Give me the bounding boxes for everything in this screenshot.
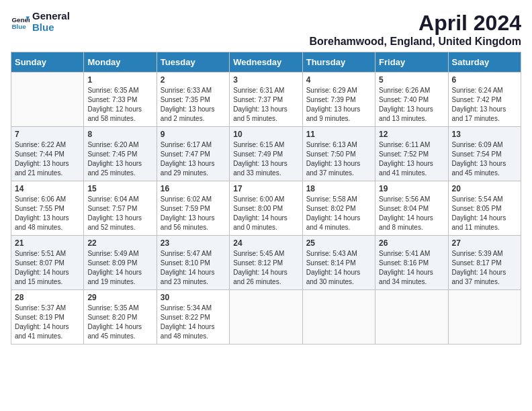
- day-number: 26: [379, 238, 444, 248]
- calendar-table: SundayMondayTuesdayWednesdayThursdayFrid…: [11, 52, 521, 345]
- day-info: Sunrise: 6:15 AM Sunset: 7:49 PM Dayligh…: [233, 140, 298, 178]
- logo-icon: General Blue: [11, 13, 30, 32]
- calendar-cell: 7Sunrise: 6:22 AM Sunset: 7:44 PM Daylig…: [11, 127, 84, 181]
- calendar-header-row: SundayMondayTuesdayWednesdayThursdayFrid…: [11, 52, 521, 73]
- month-title: April 2024: [309, 11, 521, 36]
- day-number: 8: [87, 130, 152, 139]
- day-number: 5: [379, 75, 444, 85]
- day-info: Sunrise: 5:49 AM Sunset: 8:09 PM Dayligh…: [87, 249, 152, 287]
- day-info: Sunrise: 5:34 AM Sunset: 8:22 PM Dayligh…: [161, 304, 226, 341]
- day-info: Sunrise: 6:02 AM Sunset: 7:59 PM Dayligh…: [161, 195, 226, 232]
- calendar-cell: 5Sunrise: 6:26 AM Sunset: 7:40 PM Daylig…: [375, 73, 448, 127]
- day-number: 16: [161, 184, 226, 193]
- calendar-cell: 15Sunrise: 6:04 AM Sunset: 7:57 PM Dayli…: [84, 181, 157, 236]
- day-info: Sunrise: 5:43 AM Sunset: 8:14 PM Dayligh…: [306, 249, 371, 287]
- calendar-cell: 12Sunrise: 6:11 AM Sunset: 7:52 PM Dayli…: [375, 127, 448, 181]
- day-number: 25: [306, 238, 371, 248]
- calendar-cell: 18Sunrise: 5:58 AM Sunset: 8:02 PM Dayli…: [302, 181, 375, 236]
- day-info: Sunrise: 5:54 AM Sunset: 8:05 PM Dayligh…: [452, 195, 517, 232]
- calendar-cell: 2Sunrise: 6:33 AM Sunset: 7:35 PM Daylig…: [157, 73, 229, 127]
- day-info: Sunrise: 5:41 AM Sunset: 8:16 PM Dayligh…: [379, 249, 444, 287]
- svg-text:Blue: Blue: [11, 22, 26, 30]
- day-number: 11: [306, 130, 371, 139]
- day-info: Sunrise: 6:20 AM Sunset: 7:45 PM Dayligh…: [87, 140, 152, 178]
- day-number: 20: [452, 184, 517, 193]
- weekday-header: Tuesday: [157, 52, 229, 73]
- day-info: Sunrise: 6:13 AM Sunset: 7:50 PM Dayligh…: [306, 140, 371, 178]
- day-info: Sunrise: 5:37 AM Sunset: 8:19 PM Dayligh…: [15, 304, 80, 341]
- day-number: 15: [87, 184, 152, 193]
- weekday-header: Thursday: [302, 52, 375, 73]
- calendar-week-row: 7Sunrise: 6:22 AM Sunset: 7:44 PM Daylig…: [11, 127, 521, 181]
- day-info: Sunrise: 5:58 AM Sunset: 8:02 PM Dayligh…: [306, 195, 371, 232]
- weekday-header: Sunday: [11, 52, 84, 73]
- day-number: 12: [379, 130, 444, 139]
- day-number: 13: [452, 130, 517, 139]
- day-number: 2: [161, 75, 226, 85]
- calendar-cell: 9Sunrise: 6:17 AM Sunset: 7:47 PM Daylig…: [157, 127, 229, 181]
- calendar-cell: 10Sunrise: 6:15 AM Sunset: 7:49 PM Dayli…: [230, 127, 302, 181]
- day-number: 4: [306, 75, 371, 85]
- day-number: 10: [233, 130, 298, 139]
- day-info: Sunrise: 6:17 AM Sunset: 7:47 PM Dayligh…: [161, 140, 226, 178]
- day-info: Sunrise: 5:39 AM Sunset: 8:17 PM Dayligh…: [452, 249, 517, 287]
- calendar-cell: 28Sunrise: 5:37 AM Sunset: 8:19 PM Dayli…: [11, 290, 84, 345]
- calendar-cell: 30Sunrise: 5:34 AM Sunset: 8:22 PM Dayli…: [157, 290, 229, 345]
- page-header: General Blue General Blue April 2024 Bor…: [11, 11, 521, 48]
- calendar-cell: 23Sunrise: 5:47 AM Sunset: 8:10 PM Dayli…: [157, 236, 229, 290]
- calendar-cell: 4Sunrise: 6:29 AM Sunset: 7:39 PM Daylig…: [302, 73, 375, 127]
- calendar-cell: [11, 73, 84, 127]
- calendar-cell: 19Sunrise: 5:56 AM Sunset: 8:04 PM Dayli…: [375, 181, 448, 236]
- day-info: Sunrise: 5:56 AM Sunset: 8:04 PM Dayligh…: [379, 195, 444, 232]
- day-info: Sunrise: 6:24 AM Sunset: 7:42 PM Dayligh…: [452, 86, 517, 124]
- day-info: Sunrise: 5:47 AM Sunset: 8:10 PM Dayligh…: [161, 249, 226, 287]
- calendar-cell: 27Sunrise: 5:39 AM Sunset: 8:17 PM Dayli…: [448, 236, 521, 290]
- logo: General Blue General Blue: [11, 11, 70, 33]
- logo-blue: Blue: [32, 22, 70, 34]
- day-number: 7: [15, 130, 80, 139]
- day-info: Sunrise: 6:04 AM Sunset: 7:57 PM Dayligh…: [87, 195, 152, 232]
- calendar-cell: 13Sunrise: 6:09 AM Sunset: 7:54 PM Dayli…: [448, 127, 521, 181]
- weekday-header: Saturday: [448, 52, 521, 73]
- day-info: Sunrise: 6:31 AM Sunset: 7:37 PM Dayligh…: [233, 86, 298, 124]
- calendar-cell: 8Sunrise: 6:20 AM Sunset: 7:45 PM Daylig…: [84, 127, 157, 181]
- calendar-cell: 22Sunrise: 5:49 AM Sunset: 8:09 PM Dayli…: [84, 236, 157, 290]
- calendar-cell: [375, 290, 448, 345]
- day-number: 14: [15, 184, 80, 193]
- calendar-week-row: 28Sunrise: 5:37 AM Sunset: 8:19 PM Dayli…: [11, 290, 521, 345]
- calendar-cell: 29Sunrise: 5:35 AM Sunset: 8:20 PM Dayli…: [84, 290, 157, 345]
- weekday-header: Wednesday: [230, 52, 302, 73]
- day-number: 17: [233, 184, 298, 193]
- day-info: Sunrise: 6:11 AM Sunset: 7:52 PM Dayligh…: [379, 140, 444, 178]
- day-number: 24: [233, 238, 298, 248]
- calendar-cell: 21Sunrise: 5:51 AM Sunset: 8:07 PM Dayli…: [11, 236, 84, 290]
- day-number: 3: [233, 75, 298, 85]
- calendar-cell: 17Sunrise: 6:00 AM Sunset: 8:00 PM Dayli…: [230, 181, 302, 236]
- calendar-week-row: 21Sunrise: 5:51 AM Sunset: 8:07 PM Dayli…: [11, 236, 521, 290]
- day-info: Sunrise: 5:45 AM Sunset: 8:12 PM Dayligh…: [233, 249, 298, 287]
- calendar-cell: [230, 290, 302, 345]
- day-number: 30: [161, 293, 226, 302]
- day-info: Sunrise: 6:26 AM Sunset: 7:40 PM Dayligh…: [379, 86, 444, 124]
- calendar-cell: 1Sunrise: 6:35 AM Sunset: 7:33 PM Daylig…: [84, 73, 157, 127]
- day-info: Sunrise: 5:51 AM Sunset: 8:07 PM Dayligh…: [15, 249, 80, 287]
- weekday-header: Friday: [375, 52, 448, 73]
- title-block: April 2024 Borehamwood, England, United …: [309, 11, 521, 48]
- day-info: Sunrise: 6:09 AM Sunset: 7:54 PM Dayligh…: [452, 140, 517, 178]
- day-number: 29: [87, 293, 152, 302]
- day-number: 18: [306, 184, 371, 193]
- day-number: 1: [87, 75, 152, 85]
- calendar-cell: 6Sunrise: 6:24 AM Sunset: 7:42 PM Daylig…: [448, 73, 521, 127]
- calendar-cell: 20Sunrise: 5:54 AM Sunset: 8:05 PM Dayli…: [448, 181, 521, 236]
- calendar-cell: 25Sunrise: 5:43 AM Sunset: 8:14 PM Dayli…: [302, 236, 375, 290]
- calendar-cell: [448, 290, 521, 345]
- day-number: 19: [379, 184, 444, 193]
- calendar-cell: 14Sunrise: 6:06 AM Sunset: 7:55 PM Dayli…: [11, 181, 84, 236]
- calendar-cell: 11Sunrise: 6:13 AM Sunset: 7:50 PM Dayli…: [302, 127, 375, 181]
- day-number: 21: [15, 238, 80, 248]
- day-info: Sunrise: 6:29 AM Sunset: 7:39 PM Dayligh…: [306, 86, 371, 124]
- day-number: 23: [161, 238, 226, 248]
- day-number: 27: [452, 238, 517, 248]
- day-number: 6: [452, 75, 517, 85]
- day-number: 9: [161, 130, 226, 139]
